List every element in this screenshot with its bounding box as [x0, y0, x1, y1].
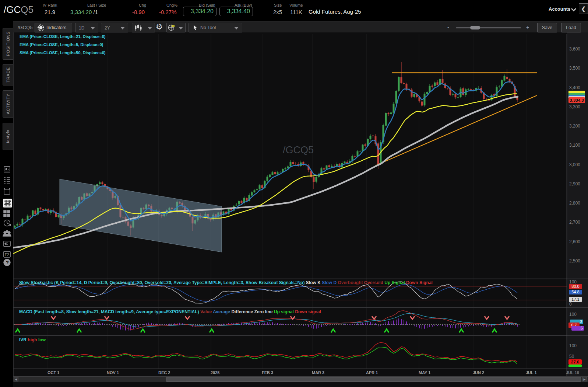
svg-text:/GCQ5: /GCQ5: [283, 144, 314, 156]
svg-text:?: ?: [6, 260, 9, 265]
svg-text:F2: F2: [5, 253, 9, 257]
